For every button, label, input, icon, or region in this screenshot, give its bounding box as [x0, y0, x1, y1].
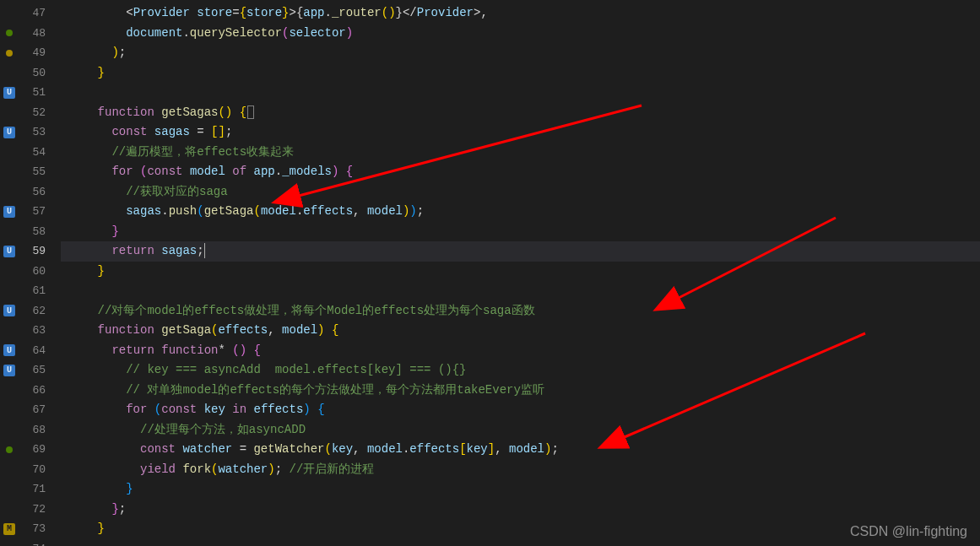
code-line[interactable]: }	[61, 222, 980, 242]
line-number: 49	[19, 43, 46, 63]
gutter-marker: M	[0, 519, 19, 539]
code-line[interactable]: }	[61, 479, 980, 500]
code-line[interactable]: yield fork(watcher); //开启新的进程	[61, 460, 980, 480]
line-number: 64	[19, 341, 46, 361]
line-number: 54	[19, 143, 46, 163]
code-line[interactable]: <Provider store={store}>{app._router()}<…	[61, 3, 980, 24]
gutter-marker	[0, 103, 19, 123]
code-line[interactable]: }	[61, 63, 980, 84]
code-line[interactable]: return function* () {	[61, 341, 980, 361]
code-line[interactable]: function getSaga(effects, model) {	[61, 321, 980, 341]
line-number: 68	[19, 420, 46, 441]
line-number: 67	[19, 400, 46, 420]
code-line[interactable]: const sagas = [];	[61, 122, 980, 143]
line-number: 57	[19, 202, 46, 222]
gutter-marker	[0, 460, 19, 480]
code-line[interactable]: document.querySelector(selector)	[61, 24, 980, 44]
code-line[interactable]: );	[61, 43, 980, 63]
line-number: 50	[19, 63, 46, 84]
line-number: 63	[19, 321, 46, 341]
code-line[interactable]: function getSagas() {	[61, 103, 980, 123]
line-number: 53	[19, 122, 46, 143]
line-number: 52	[19, 103, 46, 123]
gutter-marker	[0, 63, 19, 84]
code-line[interactable]: for (const key in effects) {	[61, 400, 980, 420]
line-number-gutter: 4748495051525354555657585960616263646566…	[19, 0, 61, 546]
gutter-marker	[0, 24, 19, 44]
gutter-marker	[0, 321, 19, 341]
gutter-marker: U	[0, 360, 19, 381]
gutter-marker: U	[0, 301, 19, 322]
watermark: CSDN @lin-fighting	[850, 524, 967, 539]
gutter-marker: U	[0, 341, 19, 361]
code-editor[interactable]: <Provider store={store}>{app._router()}<…	[61, 0, 980, 546]
gutter-marker	[0, 143, 19, 163]
gutter-marker	[0, 539, 19, 547]
gutter-marker: U	[0, 241, 19, 262]
gutter-marker	[0, 381, 19, 401]
gutter-marker	[0, 500, 19, 520]
code-line[interactable]	[61, 83, 980, 103]
gutter-markers: UUUUUUUM	[0, 0, 19, 546]
code-line[interactable]: // 对单独model的effects的每个方法做处理，每个方法都用takeEv…	[61, 381, 980, 401]
line-number: 74	[19, 539, 46, 547]
gutter-marker	[0, 43, 19, 63]
code-line[interactable]: for (const model of app._models) {	[61, 162, 980, 182]
code-line[interactable]: //处理每个方法，如asyncADD	[61, 420, 980, 441]
gutter-marker: U	[0, 202, 19, 222]
line-number: 72	[19, 500, 46, 520]
line-number: 55	[19, 162, 46, 182]
code-line[interactable]	[61, 281, 980, 301]
gutter-marker	[0, 222, 19, 242]
code-line[interactable]: //获取对应的saga	[61, 182, 980, 203]
gutter-marker: U	[0, 83, 19, 103]
code-line-active[interactable]: return sagas;	[61, 241, 980, 262]
gutter-marker	[0, 400, 19, 420]
code-line[interactable]: sagas.push(getSaga(model.effects, model)…	[61, 202, 980, 222]
line-number: 59	[19, 241, 46, 262]
gutter-marker	[0, 3, 19, 24]
code-line[interactable]: }	[61, 519, 980, 539]
line-number: 61	[19, 281, 46, 301]
gutter-marker	[0, 440, 19, 460]
line-number: 48	[19, 24, 46, 44]
gutter-marker	[0, 479, 19, 500]
gutter-marker	[0, 182, 19, 203]
code-line[interactable]: //遍历模型，将effects收集起来	[61, 143, 980, 163]
line-number: 56	[19, 182, 46, 203]
gutter-marker	[0, 262, 19, 282]
line-number: 51	[19, 83, 46, 103]
code-line[interactable]: const watcher = getWatcher(key, model.ef…	[61, 440, 980, 460]
line-number: 60	[19, 262, 46, 282]
line-number: 66	[19, 381, 46, 401]
gutter-marker	[0, 281, 19, 301]
line-number: 71	[19, 479, 46, 500]
line-number: 62	[19, 301, 46, 322]
line-number: 70	[19, 460, 46, 480]
editor-container: UUUUUUUM 4748495051525354555657585960616…	[0, 0, 980, 546]
line-number: 69	[19, 440, 46, 460]
code-line[interactable]	[61, 539, 980, 547]
gutter-marker	[0, 420, 19, 441]
line-number: 65	[19, 360, 46, 381]
gutter-marker: U	[0, 122, 19, 143]
code-line[interactable]: //对每个model的effects做处理，将每个Model的effects处理…	[61, 301, 980, 322]
line-number: 47	[19, 3, 46, 24]
line-number: 58	[19, 222, 46, 242]
gutter-marker	[0, 162, 19, 182]
code-line[interactable]: };	[61, 500, 980, 520]
code-line[interactable]: // key === asyncAdd model.effects[key] =…	[61, 360, 980, 381]
code-line[interactable]: }	[61, 262, 980, 282]
line-number: 73	[19, 519, 46, 539]
